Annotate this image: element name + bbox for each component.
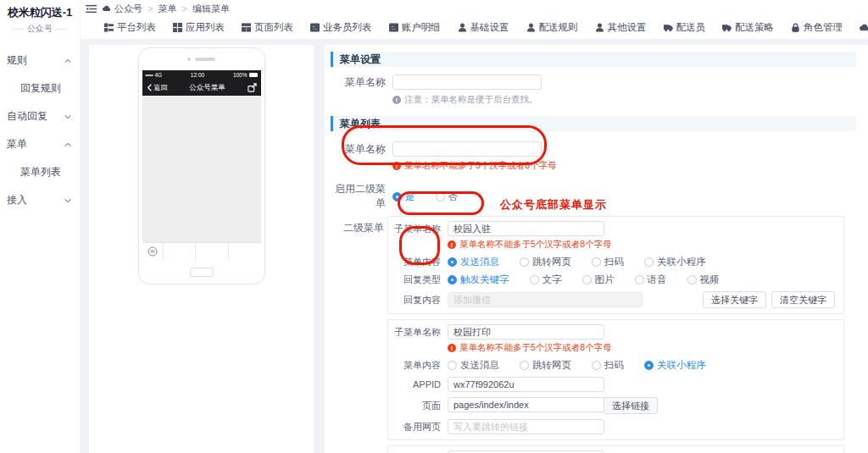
radio-text[interactable]: 文字	[530, 273, 562, 286]
speaker-bar	[195, 58, 215, 61]
sidebar-item-menu-list[interactable]: 菜单列表	[0, 158, 80, 186]
tab-salesman-list[interactable]: 业务员列表	[302, 17, 381, 39]
breadcrumb: 公众号 > 菜单 > 编辑菜单	[102, 3, 230, 15]
radio-jump-web[interactable]: 跳转网页	[520, 256, 571, 268]
breadcrumb-item[interactable]: 公众号	[114, 3, 142, 15]
radio-voice[interactable]: 语音	[635, 273, 667, 286]
radio-scan[interactable]: 扫码	[592, 359, 624, 372]
tab-delivery-policy[interactable]: 配送策略	[714, 17, 782, 39]
tab-app-list[interactable]: 应用列表	[164, 17, 233, 39]
grid-icon	[173, 23, 182, 32]
tab-other-settings[interactable]: 其他设置	[587, 17, 655, 39]
back-button[interactable]: 返回	[147, 83, 168, 92]
tab-account-detail[interactable]: 账户明细	[381, 17, 449, 39]
menu-name-row-2: 菜单名称	[328, 141, 856, 157]
signal-indicator: •••• 4G	[146, 72, 163, 78]
backup-url-input[interactable]	[448, 419, 604, 434]
radio-video[interactable]: 视频	[687, 273, 720, 286]
select-link-button[interactable]: 选择链接	[604, 397, 658, 414]
menu-slot[interactable]	[195, 243, 228, 260]
app-title: 校米粒闪送-1	[0, 3, 80, 23]
tab-courier[interactable]: 配送员	[655, 17, 715, 39]
list-icon	[104, 23, 114, 32]
appid-label: APPID	[392, 379, 441, 389]
sub-name-input[interactable]	[448, 221, 604, 236]
phone-status-bar: •••• 4G 12:00 100%	[142, 70, 261, 80]
tab-bar: 平台列表 应用列表 页面列表 业务员列表 账户明细 基础设置 配送规则 其他设置…	[81, 17, 868, 39]
radio-miniprogram[interactable]: 关联小程序	[644, 256, 706, 268]
radio-send-message[interactable]: 发送消息	[448, 256, 499, 268]
truck-icon	[664, 23, 673, 32]
tab-delivery-rules[interactable]: 配送规则	[518, 17, 587, 39]
sidebar-item-rules[interactable]: 规则	[0, 47, 80, 75]
keyboard-toggle[interactable]	[142, 243, 163, 260]
cloud-icon	[860, 23, 868, 32]
error-icon: !	[448, 240, 456, 249]
section-menu-settings: 菜单设置	[331, 52, 856, 67]
tab-role-management[interactable]: 角色管理	[782, 17, 851, 39]
menu-content-label: 菜单内容	[392, 359, 441, 372]
phone-screen: •••• 4G 12:00 100% 返回	[142, 70, 261, 260]
menu-name-label: 菜单名称	[328, 75, 386, 90]
radio-no[interactable]: 否	[436, 191, 459, 203]
content-area: •••• 4G 12:00 100% 返回	[81, 39, 868, 453]
share-icon[interactable]	[248, 83, 257, 92]
sidebar-item-reply-rules[interactable]: 回复规则	[0, 75, 80, 102]
sidebar-item-auto-reply[interactable]: 自动回复	[0, 102, 80, 130]
appid-input[interactable]	[448, 377, 604, 392]
page-row: 页面 选择链接	[392, 397, 835, 414]
error-icon: !	[448, 344, 456, 352]
cloud-icon	[102, 4, 111, 13]
phone-content	[142, 96, 261, 242]
error-icon: !	[392, 162, 401, 170]
reply-type-row: 回复类型 触发关键字 文字 图片 语音 视频	[392, 273, 835, 286]
select-keyword-button[interactable]: 选择关键字	[703, 291, 766, 308]
backup-url-label: 备用网页	[392, 421, 441, 434]
tab-page-list[interactable]: 页面列表	[233, 17, 302, 39]
phone-nav-bar: 返回 公众号菜单	[142, 80, 261, 96]
page-input[interactable]	[448, 397, 604, 412]
sidebar-item-menu[interactable]: 菜单	[0, 130, 80, 158]
reply-type-label: 回复类型	[392, 273, 441, 286]
radio-image[interactable]: 图片	[582, 273, 615, 286]
pages-icon	[242, 23, 251, 32]
sidebar-nav: 规则 回复规则 自动回复 菜单 菜单列表 接入	[0, 47, 80, 214]
clear-keyword-button[interactable]: 清空关键字	[771, 291, 835, 308]
enable-submenu-label: 启用二级菜单	[328, 182, 386, 211]
divider	[12, 29, 24, 30]
tab-basic-settings[interactable]: 基础设置	[449, 17, 518, 39]
phone-page-title: 公众号菜单	[168, 83, 248, 93]
breadcrumb-item[interactable]: 编辑菜单	[192, 3, 230, 15]
battery-icon	[249, 73, 258, 77]
breadcrumb-item[interactable]: 菜单	[158, 3, 176, 15]
truck-icon	[722, 23, 732, 32]
radio-miniprogram[interactable]: 关联小程序	[644, 359, 706, 372]
menu-content-label: 菜单内容	[392, 256, 441, 268]
sidebar-item-access[interactable]: 接入	[0, 186, 80, 214]
radio-scan[interactable]: 扫码	[592, 256, 624, 268]
phone-preview-panel: •••• 4G 12:00 100% 返回	[89, 45, 314, 453]
menu-name-input[interactable]	[392, 75, 542, 90]
menu-content-row: 菜单内容 发送消息 跳转网页 扫码 关联小程序	[392, 256, 835, 268]
sub-name-input[interactable]	[448, 324, 604, 340]
reply-content-input	[448, 292, 643, 307]
phone-menu-bar	[142, 242, 261, 260]
enable-submenu-row: 启用二级菜单 是 否	[328, 182, 856, 211]
menu-name-label: 菜单名称	[328, 142, 386, 157]
keyboard-icon	[147, 246, 158, 257]
section-menu-list: 菜单列表	[331, 116, 856, 131]
menu-slot[interactable]	[228, 243, 261, 260]
radio-yes[interactable]: 是	[392, 191, 415, 203]
tab-reply-rules[interactable]: 回复规则	[851, 17, 868, 39]
menu-slot[interactable]	[163, 243, 196, 260]
menu-fold-icon[interactable]	[86, 4, 97, 14]
phone-home-zone	[139, 260, 264, 284]
app-subtitle: 公众号	[0, 23, 80, 35]
card-icon	[389, 23, 398, 32]
radio-send-message[interactable]: 发送消息	[448, 359, 499, 372]
menu-name-input-2[interactable]	[392, 141, 542, 157]
radio-keyword[interactable]: 触发关键字	[448, 273, 509, 286]
tab-platform-list[interactable]: 平台列表	[96, 17, 164, 39]
radio-jump-web[interactable]: 跳转网页	[520, 359, 571, 372]
phone-speaker	[139, 48, 264, 70]
